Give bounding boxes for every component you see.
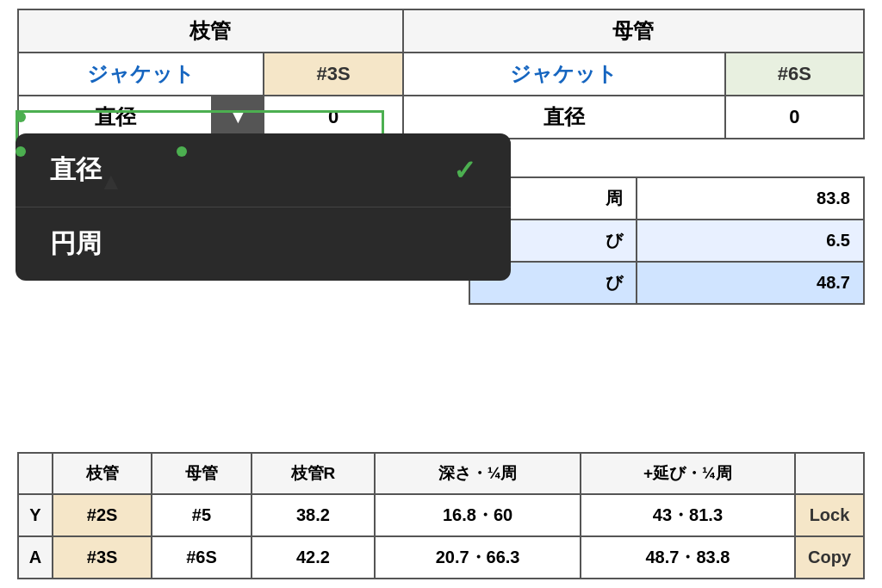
lock-button[interactable]: Lock: [795, 494, 864, 536]
row-label-y: Y: [18, 494, 53, 536]
row-y-main: #5: [152, 494, 251, 536]
green-dot-topleft: [16, 112, 26, 122]
row-a-branch: #3S: [53, 536, 152, 579]
up-arrow-indicator: ▲: [99, 168, 123, 195]
row-y-depth: 16.8・60: [375, 494, 581, 536]
row-y-branch-r: 38.2: [252, 494, 376, 536]
branch-code[interactable]: #3S: [264, 53, 402, 96]
extend1-value: 6.5: [637, 220, 864, 262]
row-a-extend: 48.7・83.8: [581, 536, 795, 579]
top-section: 枝管 母管 ジャケット #3S ジャケット #6S 直径 ▼ 0 直径: [0, 0, 882, 139]
right-values-section: 周 83.8 び 6.5 び 48.7: [469, 176, 865, 305]
row-label-a: A: [18, 536, 53, 579]
main-jacket-label[interactable]: ジャケット: [403, 53, 725, 96]
row-a-branch-r: 42.2: [252, 536, 376, 579]
col-header-branch: 枝管: [53, 453, 152, 494]
table-row-y: Y #2S #5 38.2 16.8・60 43・81.3 Lock: [18, 494, 864, 536]
branch-jacket-label[interactable]: ジャケット: [18, 53, 264, 96]
main-header: 母管: [403, 9, 864, 53]
dropdown-item-diameter[interactable]: 直径 ✓: [16, 133, 511, 207]
copy-button[interactable]: Copy: [795, 536, 864, 579]
row-y-branch: #2S: [53, 494, 152, 536]
col-header-depth: 深さ・¼周: [375, 453, 581, 494]
dropdown-menu[interactable]: 直径 ✓ 円周: [16, 133, 511, 281]
top-table: 枝管 母管 ジャケット #3S ジャケット #6S 直径 ▼ 0 直径: [17, 9, 865, 139]
dropdown-arrow-icon: ▼: [228, 106, 247, 127]
table-row-a: A #3S #6S 42.2 20.7・66.3 48.7・83.8 Copy: [18, 536, 864, 579]
branch-diameter-value[interactable]: 0: [264, 96, 402, 139]
col-header-main: 母管: [152, 453, 251, 494]
right-values-table: 周 83.8 び 6.5 び 48.7: [469, 176, 865, 305]
main-diameter-label: 直径: [403, 96, 725, 139]
col-header-branch-r: 枝管R: [252, 453, 376, 494]
circumference-value: 83.8: [637, 177, 864, 220]
green-dot-bottomright: [177, 146, 187, 157]
bottom-table: 枝管 母管 枝管R 深さ・¼周 +延び・¼周 Y #2S #5 38.2 16.…: [17, 452, 865, 579]
dropdown-diameter-label: 直径: [50, 152, 102, 188]
col-header-action: [795, 453, 864, 494]
row-y-extend: 43・81.3: [581, 494, 795, 536]
branch-header: 枝管: [18, 9, 403, 53]
row-a-depth: 20.7・66.3: [375, 536, 581, 579]
main-container: 枝管 母管 ジャケット #3S ジャケット #6S 直径 ▼ 0 直径: [0, 0, 882, 588]
bottom-section: 枝管 母管 枝管R 深さ・¼周 +延び・¼周 Y #2S #5 38.2 16.…: [17, 452, 865, 579]
branch-diameter-label: 直径: [18, 96, 212, 139]
dropdown-trigger[interactable]: ▼: [212, 96, 264, 139]
main-code[interactable]: #6S: [725, 53, 864, 96]
dropdown-circumference-label: 円周: [50, 226, 102, 262]
dropdown-item-circumference[interactable]: 円周: [16, 207, 511, 281]
col-header-extend: +延び・¼周: [581, 453, 795, 494]
extend2-value: 48.7: [637, 262, 864, 304]
col-header-empty: [18, 453, 53, 494]
checkmark-icon: ✓: [453, 154, 476, 187]
row-a-main: #6S: [152, 536, 251, 579]
main-diameter-value[interactable]: 0: [725, 96, 864, 139]
green-dot-bottomleft: [16, 146, 26, 157]
